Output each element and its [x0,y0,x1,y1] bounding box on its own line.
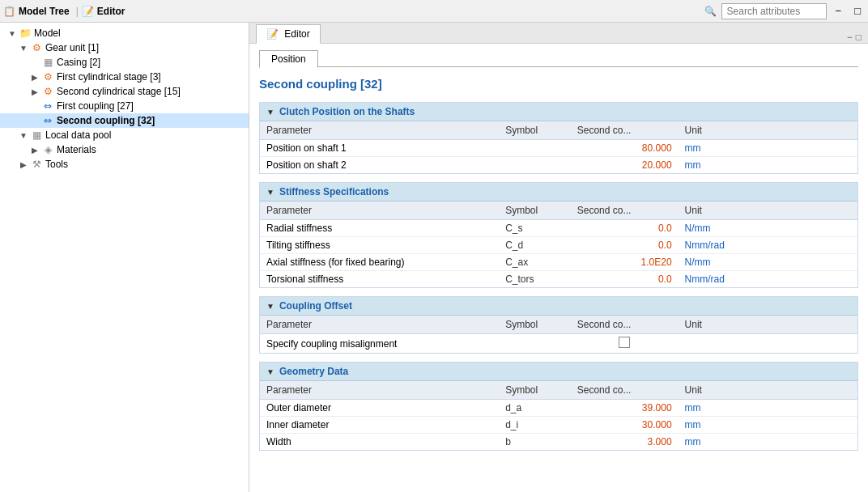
symbol-cell: d_i [499,417,571,434]
toggle-gear-unit[interactable]: ▼ [18,44,29,53]
geo-col-symbol: Symbol [499,381,571,400]
offset-col-symbol: Symbol [499,316,571,334]
clutch-col-extra [768,121,857,140]
editor-tab-bar: 📝 Editor − □ [249,23,868,44]
stiffness-toggle-icon: ▼ [266,188,274,197]
stiffness-label: Stiffness Specifications [279,186,389,197]
symbol-cell [499,334,571,354]
symbol-cell [499,157,571,174]
second-cyl-icon: ⚙ [40,86,55,97]
top-bar-separator: | [76,6,79,17]
misalignment-checkbox[interactable] [619,337,630,348]
value-cell[interactable]: 20.000 [571,157,679,174]
tree-item-second-cyl[interactable]: ▶ ⚙ Second cylindrical stage [15] [0,84,249,99]
checkbox-cell [571,334,679,354]
section-coupling-offset: ▼ Coupling Offset Parameter Symbol Secon… [259,296,858,354]
table-row: Position on shaft 2 20.000 mm [260,157,857,174]
sub-tab-position[interactable]: Position [259,50,318,68]
value-cell[interactable]: 39.000 [571,400,679,417]
coupling-offset-table: Parameter Symbol Second co... Unit Speci… [260,316,857,353]
value-cell[interactable]: 30.000 [571,417,679,434]
value-cell[interactable]: 0.0 [571,271,679,288]
geo-col-unit: Unit [679,381,768,400]
value-cell[interactable]: 0.0 [571,237,679,254]
search-input[interactable] [721,3,827,19]
geo-col-value: Second co... [571,381,679,400]
editor-minimize-icon[interactable]: − [847,32,853,43]
clutch-col-param: Parameter [260,121,499,140]
clutch-toggle-icon: ▼ [266,108,274,117]
editor-maximize-icon[interactable]: □ [856,32,862,43]
maximize-button[interactable]: □ [850,4,865,18]
geometry-label: Geometry Data [279,366,348,377]
tree-item-second-coupling[interactable]: ▶ ⇔ Second coupling [32] [0,113,249,128]
section-clutch-header[interactable]: ▼ Clutch Position on the Shafts [260,103,857,121]
clutch-table-container: Parameter Symbol Second co... Unit Posit… [260,121,857,173]
casing-icon: ▦ [40,57,55,68]
tab-editor[interactable]: 📝 Editor [256,24,321,44]
extra-cell [768,334,857,354]
section-stiffness-header[interactable]: ▼ Stiffness Specifications [260,183,857,201]
param-cell: Axial stiffness (for fixed bearing) [260,254,499,271]
materials-icon: ◈ [40,144,55,155]
toggle-tools[interactable]: ▶ [18,160,29,169]
value-cell[interactable]: 0.0 [571,220,679,237]
param-cell: Width [260,434,499,451]
symbol-cell: C_s [499,220,571,237]
unit-cell: mm [679,417,768,434]
section-title-main: Second coupling [32] [259,74,858,94]
table-row: Inner diameter d_i 30.000 mm [260,417,857,434]
section-geometry-data: ▼ Geometry Data Parameter Symbol Second … [259,362,858,451]
symbol-cell: d_a [499,400,571,417]
clutch-col-symbol: Symbol [499,121,571,140]
unit-cell: mm [679,157,768,174]
model-folder-icon: 📁 [18,28,32,39]
tree-item-first-coupling[interactable]: ▶ ⇔ First coupling [27] [0,99,249,113]
clutch-col-unit: Unit [679,121,768,140]
table-row: Tilting stiffness C_d 0.0 Nmm/rad [260,237,857,254]
offset-col-value: Second co... [571,316,679,334]
tree-item-casing[interactable]: ▶ ▦ Casing [2] [0,55,249,70]
tree-content: ▼ 📁 Model ▼ ⚙ Gear unit [1] ▶ ▦ Casing [… [0,23,249,492]
toggle-materials[interactable]: ▶ [29,146,40,155]
extra-cell [768,417,857,434]
top-bar: 📋 Model Tree | 📝 Editor 🔍 − □ [0,0,868,23]
tree-item-gear-unit[interactable]: ▼ ⚙ Gear unit [1] [0,40,249,55]
value-cell[interactable]: 1.0E20 [571,254,679,271]
value-cell[interactable]: 3.000 [571,434,679,451]
tree-item-tools[interactable]: ▶ ⚒ Tools [0,157,249,172]
unit-cell: Nmm/rad [679,271,768,288]
param-cell: Inner diameter [260,417,499,434]
param-cell: Radial stiffness [260,220,499,237]
editor-panel-icon: 📝 [82,6,94,17]
symbol-cell: b [499,434,571,451]
search-icon: 🔍 [704,6,717,17]
param-cell: Specify coupling misalignment [260,334,499,354]
second-coupling-icon: ⇔ [40,115,55,126]
extra-cell [768,271,857,288]
tree-item-materials[interactable]: ▶ ◈ Materials [0,142,249,157]
tree-item-model[interactable]: ▼ 📁 Model [0,26,249,40]
section-geometry-header[interactable]: ▼ Geometry Data [260,363,857,381]
editor-content: Position Second coupling [32] ▼ Clutch P… [249,44,868,492]
tree-item-first-cyl[interactable]: ▶ ⚙ First cylindrical stage [3] [0,70,249,84]
geometry-toggle-icon: ▼ [266,367,274,376]
unit-cell: N/mm [679,254,768,271]
minimize-button[interactable]: − [832,4,846,18]
clutch-col-value: Second co... [571,121,679,140]
param-cell: Position on shaft 2 [260,157,499,174]
first-cyl-icon: ⚙ [40,71,55,83]
stiffness-table: Parameter Symbol Second co... Unit Radia… [260,201,857,287]
toggle-second-cyl[interactable]: ▶ [29,87,40,96]
stiff-col-value: Second co... [571,201,679,220]
tree-item-local-data-pool[interactable]: ▼ ▦ Local data pool [0,128,249,142]
toggle-local-data-pool[interactable]: ▼ [18,131,29,140]
toggle-first-cyl[interactable]: ▶ [29,73,40,82]
param-cell: Tilting stiffness [260,237,499,254]
value-cell[interactable]: 80.000 [571,140,679,157]
toggle-model[interactable]: ▼ [6,29,18,38]
tab-editor-label: Editor [284,28,309,40]
table-row: Torsional stiffness C_tors 0.0 Nmm/rad [260,271,857,288]
local-data-pool-icon: ▦ [29,129,44,141]
section-coupling-header[interactable]: ▼ Coupling Offset [260,297,857,316]
